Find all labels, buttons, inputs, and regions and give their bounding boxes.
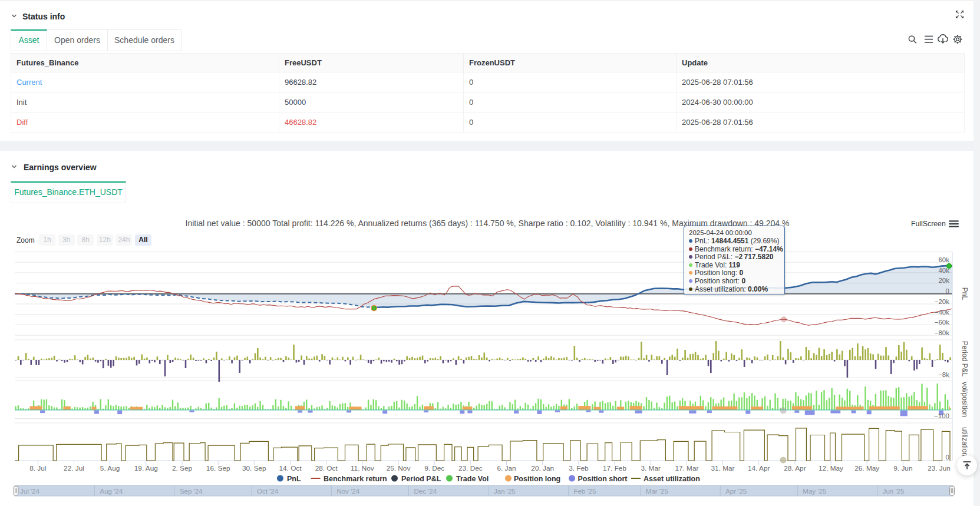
svg-text:Mar '25: Mar '25 [646, 488, 668, 495]
svg-text:16. Sep: 16. Sep [206, 464, 230, 472]
svg-text:Apr '25: Apr '25 [725, 488, 747, 495]
svg-text:−8k: −8k [938, 371, 949, 378]
svg-text:Jul '24: Jul '24 [20, 488, 39, 495]
svg-text:30. Sep: 30. Sep [242, 464, 266, 472]
svg-text:Sep '24: Sep '24 [180, 488, 203, 495]
svg-text:25. Nov: 25. Nov [387, 464, 411, 472]
svg-text:9. Jun: 9. Jun [893, 464, 912, 472]
svg-text:Period P&L: Period P&L [401, 475, 441, 483]
svg-text:Asset utilization: Asset utilization [644, 475, 700, 483]
svg-text:−40k: −40k [935, 309, 950, 316]
svg-text:17. Mar: 17. Mar [675, 464, 698, 472]
svg-text:3. Feb: 3. Feb [569, 464, 589, 472]
svg-text:Period P&L: Period P&L [961, 341, 969, 377]
svg-text:PnL: PnL [287, 475, 301, 483]
svg-text:5. Aug: 5. Aug [100, 464, 120, 472]
svg-text:26. May: 26. May [854, 464, 879, 472]
svg-text:12. May: 12. May [819, 464, 843, 472]
svg-text:0: 0 [946, 454, 949, 461]
svg-text:11. Nov: 11. Nov [351, 464, 374, 472]
svg-text:−80k: −80k [935, 329, 950, 336]
svg-text:Aug '24: Aug '24 [100, 488, 123, 495]
svg-text:23. Dec: 23. Dec [458, 464, 483, 472]
svg-text:−20k: −20k [935, 298, 950, 305]
svg-text:Nov '24: Nov '24 [336, 488, 359, 495]
svg-text:Dec '24: Dec '24 [414, 488, 437, 495]
svg-text:28. Oct: 28. Oct [315, 464, 338, 472]
svg-text:Oct '24: Oct '24 [257, 488, 279, 495]
svg-text:−100: −100 [934, 412, 949, 419]
svg-text:17. Feb: 17. Feb [603, 464, 626, 472]
svg-text:20. Jan: 20. Jan [531, 464, 554, 472]
svg-text:Benchmark return: Benchmark return [324, 475, 387, 483]
svg-text:40k: 40k [938, 267, 949, 274]
svg-text:Jan '25: Jan '25 [494, 488, 516, 495]
svg-text:14. Oct: 14. Oct [279, 464, 302, 472]
svg-text:Jun '25: Jun '25 [883, 488, 905, 495]
svg-text:28. Apr: 28. Apr [784, 464, 806, 472]
svg-text:14. Apr: 14. Apr [748, 464, 770, 472]
svg-text:May '25: May '25 [803, 488, 826, 495]
svg-text:8. Jul: 8. Jul [29, 464, 46, 472]
svg-text:Position long: Position long [514, 475, 560, 483]
svg-text:22. Jul: 22. Jul [64, 464, 84, 472]
svg-text:31. Mar: 31. Mar [711, 464, 735, 472]
svg-text:Trade Vol: Trade Vol [456, 475, 489, 483]
svg-text:6. Jan: 6. Jan [497, 464, 516, 472]
svg-text:Feb '25: Feb '25 [573, 488, 596, 495]
svg-text:0: 0 [946, 287, 949, 295]
svg-text:60k: 60k [938, 256, 949, 263]
svg-text:Position short: Position short [578, 475, 628, 483]
svg-text:PnL: PnL [961, 287, 969, 300]
svg-text:2. Sep: 2. Sep [172, 464, 193, 472]
svg-text:vol/position: vol/position [961, 382, 969, 417]
svg-text:20k: 20k [938, 277, 949, 284]
svg-text:−60k: −60k [935, 319, 950, 326]
svg-text:3. Mar: 3. Mar [641, 464, 661, 472]
svg-text:19. Aug: 19. Aug [134, 464, 158, 472]
svg-text:23. Jun: 23. Jun [928, 464, 951, 472]
svg-text:utilization: utilization [961, 427, 969, 457]
svg-text:9. Dec: 9. Dec [424, 464, 444, 472]
